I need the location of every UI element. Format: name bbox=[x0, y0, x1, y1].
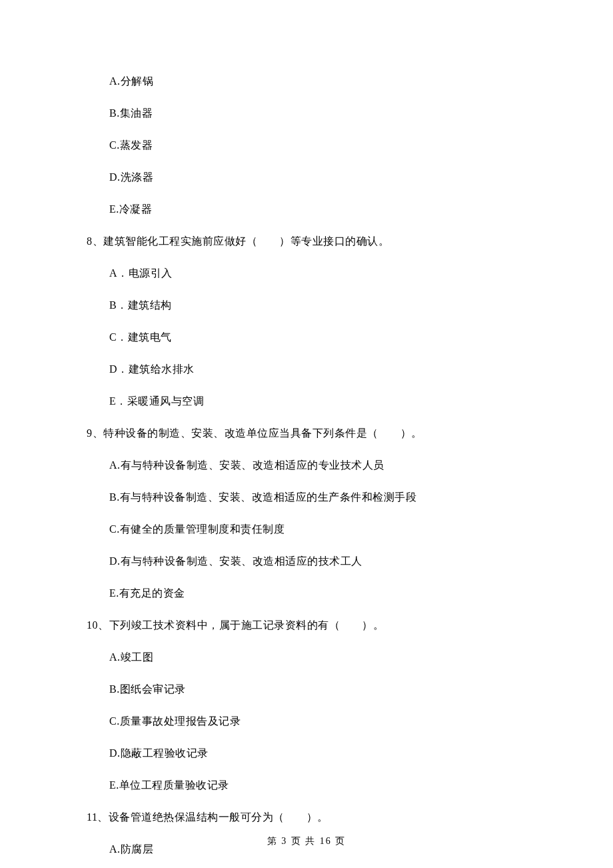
document-page: A.分解锅 B.集油器 C.蒸发器 D.洗涤器 E.冷凝器 8、建筑智能化工程实… bbox=[0, 0, 613, 868]
q10-stem: 10、下列竣工技术资料中，属于施工记录资料的有（ ）。 bbox=[87, 617, 526, 633]
q7-option-b: B.集油器 bbox=[109, 105, 526, 121]
q7-option-a: A.分解锅 bbox=[109, 73, 526, 89]
q9-option-b: B.有与特种设备制造、安装、改造相适应的生产条件和检测手段 bbox=[109, 489, 526, 505]
q9-option-d: D.有与特种设备制造、安装、改造相适应的技术工人 bbox=[109, 553, 526, 569]
q9-option-c: C.有健全的质量管理制度和责任制度 bbox=[109, 521, 526, 537]
q10-option-c: C.质量事故处理报告及记录 bbox=[109, 713, 526, 729]
page-footer: 第 3 页 共 16 页 bbox=[0, 834, 613, 848]
q8-option-a: A．电源引入 bbox=[109, 265, 526, 281]
q9-option-a: A.有与特种设备制造、安装、改造相适应的专业技术人员 bbox=[109, 457, 526, 473]
q10-option-a: A.竣工图 bbox=[109, 649, 526, 665]
q9-stem: 9、特种设备的制造、安装、改造单位应当具备下列条件是（ ）。 bbox=[87, 425, 526, 441]
q7-option-c: C.蒸发器 bbox=[109, 137, 526, 153]
q8-option-d: D．建筑给水排水 bbox=[109, 361, 526, 377]
q10-option-e: E.单位工程质量验收记录 bbox=[109, 777, 526, 793]
q7-option-d: D.洗涤器 bbox=[109, 169, 526, 185]
q11-stem: 11、设备管道绝热保温结构一般可分为（ ）。 bbox=[87, 809, 526, 825]
q10-option-b: B.图纸会审记录 bbox=[109, 681, 526, 697]
q9-option-e: E.有充足的资金 bbox=[109, 585, 526, 601]
q8-option-c: C．建筑电气 bbox=[109, 329, 526, 345]
q10-option-d: D.隐蔽工程验收记录 bbox=[109, 745, 526, 761]
q8-option-e: E．采暖通风与空调 bbox=[109, 393, 526, 409]
q8-option-b: B．建筑结构 bbox=[109, 297, 526, 313]
q7-option-e: E.冷凝器 bbox=[109, 201, 526, 217]
q8-stem: 8、建筑智能化工程实施前应做好（ ）等专业接口的确认。 bbox=[87, 233, 526, 249]
